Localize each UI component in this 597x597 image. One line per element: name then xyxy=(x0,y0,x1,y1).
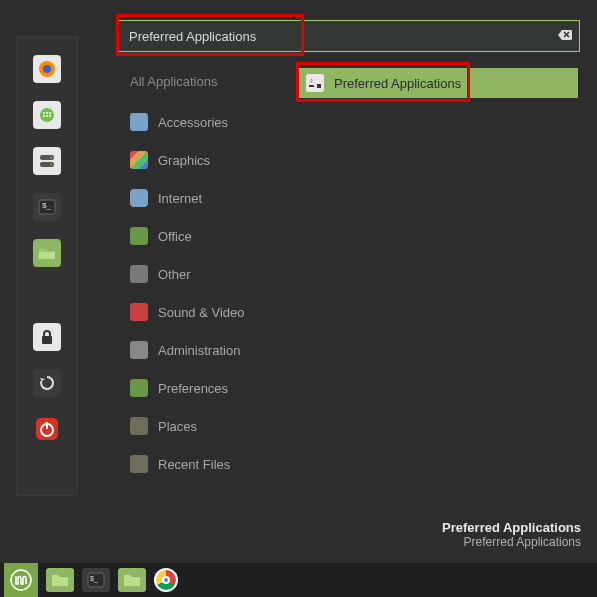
categories-list: All Applications AccessoriesGraphicsInte… xyxy=(126,68,282,483)
svg-text:$_: $_ xyxy=(90,575,98,583)
search-result-item[interactable]: ♪ Preferred Applications xyxy=(298,68,578,98)
restart-icon[interactable] xyxy=(33,369,61,397)
category-label: Places xyxy=(158,419,197,434)
svg-point-3 xyxy=(43,112,45,114)
category-label: Graphics xyxy=(158,153,210,168)
svg-point-12 xyxy=(50,164,52,166)
favorites-dock: $_ xyxy=(16,36,78,496)
chrome-task-icon[interactable] xyxy=(154,568,178,592)
taskbar: $_ xyxy=(0,563,597,597)
svg-rect-22 xyxy=(317,84,321,88)
svg-point-1 xyxy=(43,65,51,73)
ci-accessories-icon xyxy=(130,113,148,131)
category-item[interactable]: Graphics xyxy=(126,141,282,179)
category-item[interactable]: Other xyxy=(126,255,282,293)
svg-rect-15 xyxy=(39,252,55,259)
app-info-subtitle: Preferred Applications xyxy=(442,535,581,549)
ci-recent-icon xyxy=(130,455,148,473)
categories-header[interactable]: All Applications xyxy=(126,68,282,103)
firefox-icon[interactable] xyxy=(33,55,61,83)
lock-icon[interactable] xyxy=(33,323,61,351)
ci-sound-icon xyxy=(130,303,148,321)
svg-text:♪: ♪ xyxy=(310,77,313,83)
terminal-icon[interactable]: $_ xyxy=(33,193,61,221)
svg-point-11 xyxy=(50,157,52,159)
category-label: Internet xyxy=(158,191,202,206)
app-info: Preferred Applications Preferred Applica… xyxy=(442,520,581,549)
ci-places-icon xyxy=(130,417,148,435)
ci-internet-icon xyxy=(130,189,148,207)
ci-other-icon xyxy=(130,265,148,283)
category-label: Office xyxy=(158,229,192,244)
search-result-label: Preferred Applications xyxy=(334,76,461,91)
svg-text:$_: $_ xyxy=(42,201,51,210)
ci-graphics-icon xyxy=(130,151,148,169)
category-label: Sound & Video xyxy=(158,305,245,320)
ci-office-icon xyxy=(130,227,148,245)
category-item[interactable]: Accessories xyxy=(126,103,282,141)
category-label: Other xyxy=(158,267,191,282)
category-label: Preferences xyxy=(158,381,228,396)
files-task-icon[interactable] xyxy=(46,568,74,592)
category-item[interactable]: Preferences xyxy=(126,369,282,407)
ci-prefs-icon xyxy=(130,379,148,397)
category-label: Recent Files xyxy=(158,457,230,472)
preferred-apps-icon: ♪ xyxy=(306,74,324,92)
search-input[interactable] xyxy=(118,20,580,52)
svg-point-4 xyxy=(46,112,48,114)
category-label: Accessories xyxy=(158,115,228,130)
category-item[interactable]: Internet xyxy=(126,179,282,217)
category-label: Administration xyxy=(158,343,240,358)
svg-point-5 xyxy=(49,112,51,114)
terminal-task-icon[interactable]: $_ xyxy=(82,568,110,592)
svg-rect-16 xyxy=(42,336,52,344)
category-item[interactable]: Sound & Video xyxy=(126,293,282,331)
files-task-icon-2[interactable] xyxy=(118,568,146,592)
category-item[interactable]: Office xyxy=(126,217,282,255)
app-info-title: Preferred Applications xyxy=(442,520,581,535)
svg-point-8 xyxy=(49,115,51,117)
mint-menu-icon[interactable] xyxy=(4,563,38,597)
category-item[interactable]: Recent Files xyxy=(126,445,282,483)
files-icon[interactable] xyxy=(33,239,61,267)
servers-icon[interactable] xyxy=(33,147,61,175)
clear-search-icon[interactable] xyxy=(558,28,572,42)
ci-admin-icon xyxy=(130,341,148,359)
svg-point-7 xyxy=(46,115,48,117)
category-item[interactable]: Places xyxy=(126,407,282,445)
category-item[interactable]: Administration xyxy=(126,331,282,369)
svg-rect-20 xyxy=(306,74,324,92)
power-icon[interactable] xyxy=(33,415,61,443)
search-bar xyxy=(118,20,580,52)
circle-app-icon[interactable] xyxy=(33,101,61,129)
svg-rect-19 xyxy=(46,422,48,429)
svg-point-6 xyxy=(43,115,45,117)
